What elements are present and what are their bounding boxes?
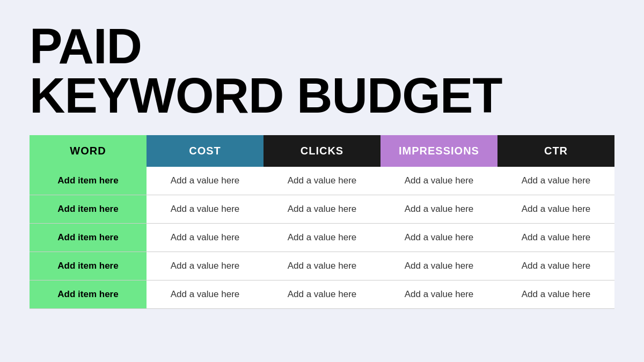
- cell-clicks-0[interactable]: Add a value here: [264, 167, 380, 195]
- cell-impressions-3[interactable]: Add a value here: [380, 252, 497, 280]
- table-row: Add item hereAdd a value hereAdd a value…: [30, 224, 614, 252]
- cell-clicks-4[interactable]: Add a value here: [264, 280, 380, 309]
- cell-clicks-1[interactable]: Add a value here: [264, 195, 380, 224]
- cell-word-2[interactable]: Add item here: [30, 224, 147, 252]
- header-ctr: CTR: [497, 135, 614, 167]
- cell-ctr-1[interactable]: Add a value here: [497, 195, 614, 224]
- table-row: Add item hereAdd a value hereAdd a value…: [30, 280, 614, 309]
- cell-cost-2[interactable]: Add a value here: [147, 224, 264, 252]
- cell-cost-4[interactable]: Add a value here: [147, 280, 264, 309]
- header-clicks: CLICKS: [264, 135, 380, 167]
- table-container: WORD COST CLICKS IMPRESSIONS CTR Add ite…: [30, 135, 614, 309]
- page-title: PAID KEYWORD BUDGET: [30, 21, 614, 120]
- cell-ctr-0[interactable]: Add a value here: [497, 167, 614, 195]
- table-header: WORD COST CLICKS IMPRESSIONS CTR: [30, 135, 614, 167]
- header-impressions: IMPRESSIONS: [380, 135, 497, 167]
- table-row: Add item hereAdd a value hereAdd a value…: [30, 252, 614, 280]
- cell-cost-3[interactable]: Add a value here: [147, 252, 264, 280]
- title-line1: PAID: [30, 19, 142, 73]
- cell-ctr-3[interactable]: Add a value here: [497, 252, 614, 280]
- cell-word-0[interactable]: Add item here: [30, 167, 147, 195]
- cell-ctr-2[interactable]: Add a value here: [497, 224, 614, 252]
- title-line2: KEYWORD BUDGET: [30, 68, 502, 123]
- cell-cost-1[interactable]: Add a value here: [147, 195, 264, 224]
- cell-cost-0[interactable]: Add a value here: [147, 167, 264, 195]
- header-cost: COST: [147, 135, 264, 167]
- table-row: Add item hereAdd a value hereAdd a value…: [30, 167, 614, 195]
- cell-impressions-0[interactable]: Add a value here: [380, 167, 497, 195]
- cell-impressions-2[interactable]: Add a value here: [380, 224, 497, 252]
- header-word: WORD: [30, 135, 147, 167]
- keyword-budget-table: WORD COST CLICKS IMPRESSIONS CTR Add ite…: [30, 135, 614, 309]
- table-row: Add item hereAdd a value hereAdd a value…: [30, 195, 614, 224]
- cell-word-4[interactable]: Add item here: [30, 280, 147, 309]
- title-section: PAID KEYWORD BUDGET: [30, 21, 614, 120]
- table-body: Add item hereAdd a value hereAdd a value…: [30, 167, 614, 309]
- cell-clicks-3[interactable]: Add a value here: [264, 252, 380, 280]
- cell-impressions-4[interactable]: Add a value here: [380, 280, 497, 309]
- cell-ctr-4[interactable]: Add a value here: [497, 280, 614, 309]
- cell-word-3[interactable]: Add item here: [30, 252, 147, 280]
- cell-word-1[interactable]: Add item here: [30, 195, 147, 224]
- header-row: WORD COST CLICKS IMPRESSIONS CTR: [30, 135, 614, 167]
- cell-clicks-2[interactable]: Add a value here: [264, 224, 380, 252]
- cell-impressions-1[interactable]: Add a value here: [380, 195, 497, 224]
